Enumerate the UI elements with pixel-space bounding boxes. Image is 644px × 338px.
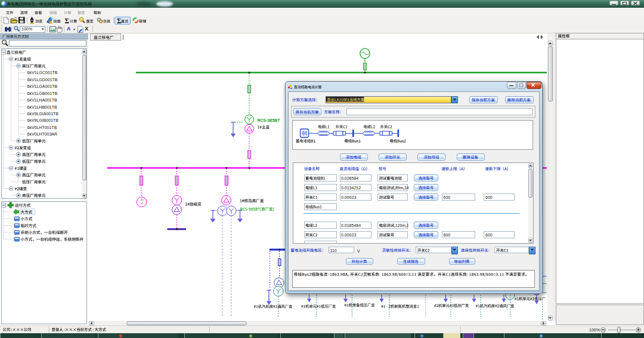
svg-text:RCS-985BT: RCS-985BT: [258, 118, 281, 122]
svg-text:S: S: [140, 202, 144, 205]
svg-text:G: G: [140, 199, 144, 201]
